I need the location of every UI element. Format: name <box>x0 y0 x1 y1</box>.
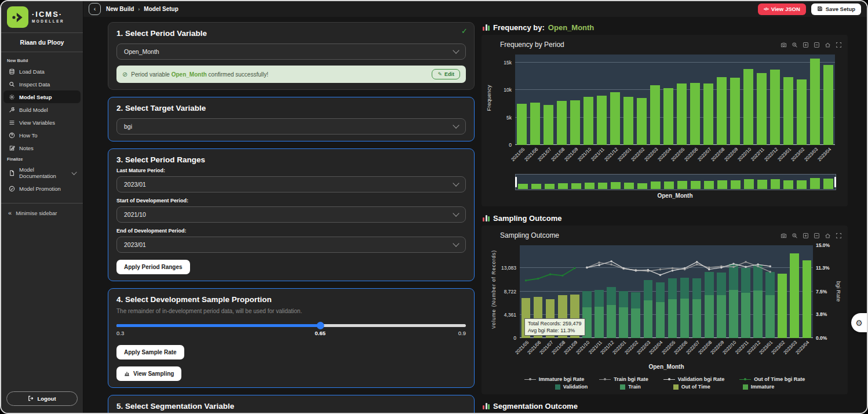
camera-icon[interactable] <box>780 41 787 48</box>
sidebar-item-label: Notes <box>19 145 34 151</box>
range-handle-left[interactable] <box>515 177 517 187</box>
step4-card: 4. Select Development Sample Proportion … <box>108 288 475 388</box>
sidebar-item-notes[interactable]: Notes <box>3 141 81 154</box>
rs-slot <box>782 175 795 189</box>
zoom-out-icon[interactable] <box>813 41 820 48</box>
rs-slot <box>543 175 556 189</box>
rs-slot <box>808 175 822 189</box>
rs-bar <box>624 183 634 189</box>
period-field-select-2[interactable]: 2023/01 <box>116 237 466 253</box>
confirmed-variable: Open_Month <box>172 71 207 78</box>
legend-bars-row: ValidationTrainOut of TimeImmature <box>487 384 842 390</box>
legend-item-immature-bgi-rate[interactable]: Immature bgi Rate <box>524 376 585 382</box>
rs-bar <box>571 183 581 189</box>
target-variable-select[interactable]: bgi <box>116 118 466 135</box>
autoscale-icon[interactable] <box>835 41 842 48</box>
x-ticks: 2021/052021/062021/072021/082021/092021/… <box>515 145 835 172</box>
minimise-sidebar-button[interactable]: « Minimise sidebar <box>1 204 83 222</box>
step3-card: 3. Select Period Ranges Last Mature Peri… <box>108 148 475 281</box>
legend-item-validation[interactable]: Validation <box>555 384 588 390</box>
bar-slot <box>808 55 822 145</box>
period-field-select-0[interactable]: 2023/01 <box>116 176 466 193</box>
sidebar-item-model-documentation[interactable]: Model Documentation <box>3 164 81 182</box>
save-setup-button[interactable]: Save Setup <box>811 3 861 15</box>
sidebar-item-how-to[interactable]: How To <box>3 129 81 141</box>
y-tick: 15k <box>487 60 512 66</box>
bar-slot <box>728 55 742 145</box>
pencil-icon: ✎ <box>437 71 442 77</box>
step5-card: 5. Select Segmentation Variable Choose a… <box>108 395 475 413</box>
legend-item-out-of-time-bgi-rate[interactable]: Out of Time bgi Rate <box>739 376 805 382</box>
colored-bar-chart-icon <box>483 403 490 409</box>
slider-min-label: 0.3 <box>116 330 124 336</box>
content: 1. Select Period Variable ✓ Open_Month ⊘… <box>83 17 867 413</box>
apply-sample-rate-button[interactable]: Apply Sample Rate <box>116 345 184 359</box>
sidebar-item-model-setup[interactable]: Model Setup <box>3 90 81 103</box>
back-button[interactable]: ‹ <box>89 3 101 15</box>
zoom-icon[interactable] <box>791 41 798 48</box>
apply-period-ranges-button[interactable]: Apply Period Ranges <box>116 260 190 274</box>
freq-bar-2021/05 <box>517 104 527 145</box>
sidebar-nav: New BuildLoad DataInspect DataModel Setu… <box>1 52 83 195</box>
bar-slot <box>542 55 555 145</box>
logo-title: ·ICMS· <box>32 10 64 18</box>
x-axis-title: Open_Month <box>515 193 835 199</box>
sidebar-item-view-variables[interactable]: View Variables <box>3 116 81 129</box>
breadcrumb-new-build[interactable]: New Build <box>106 6 134 12</box>
sidebar-item-model-promotion[interactable]: Model Promotion <box>3 182 81 195</box>
range-slider[interactable] <box>515 174 836 190</box>
legend-line-swatch <box>524 377 536 382</box>
chevron-down-icon <box>453 122 459 128</box>
range-handle-right[interactable] <box>834 177 836 187</box>
colored-bar-chart-icon <box>483 215 490 221</box>
logout-button[interactable]: Logout <box>6 391 78 406</box>
slider-thumb[interactable] <box>316 322 324 329</box>
database-icon <box>8 68 15 75</box>
frequency-section-header: Frequency by: Open_Month <box>483 23 848 32</box>
settings-fab[interactable]: ⚙ <box>851 313 867 332</box>
success-banner: ⊘ Period variable Open_Month confirmed s… <box>116 66 466 83</box>
sampling-plot: Total Records: 259,479Avg bgi Rate: 11.3… <box>487 243 842 374</box>
frequency-chart-card: Frequency by Period 05k10k15kFrequency20… <box>482 35 848 206</box>
sample-proportion-slider[interactable] <box>116 322 466 329</box>
legend-square-swatch <box>620 384 625 390</box>
setup-steps-column: 1. Select Period Variable ✓ Open_Month ⊘… <box>108 22 475 413</box>
camera-icon[interactable] <box>780 232 787 239</box>
legend-item-train[interactable]: Train <box>620 384 641 390</box>
legend-square-swatch <box>673 384 679 390</box>
zoom-in-icon[interactable] <box>802 41 809 48</box>
view-json-button[interactable]: </> View JSON <box>758 3 806 15</box>
colored-bar-chart-icon <box>483 24 490 31</box>
period-field-select-1[interactable]: 2021/10 <box>116 206 466 223</box>
freq-bar-2022/03 <box>650 85 660 145</box>
freq-bar-2021/10 <box>583 97 593 145</box>
plot-area: Total Records: 259,479Avg bgi Rate: 11.3… <box>520 245 813 338</box>
freq-bar-2021/07 <box>544 105 553 145</box>
home-icon[interactable] <box>824 232 831 239</box>
top-bar: ‹ New Build › Model Setup </> View JSON … <box>83 1 867 17</box>
check-icon: ✓ <box>461 27 468 35</box>
sidebar-item-label: Load Data <box>19 68 45 75</box>
step4-subtitle: The remainder of in-development period d… <box>116 308 466 314</box>
legend-item-validation-bgi-rate[interactable]: Validation bgi Rate <box>663 376 725 382</box>
legend-item-out-of-time[interactable]: Out of Time <box>673 384 710 390</box>
y-axis-title-left: Volume (Number of Records) <box>491 253 497 329</box>
period-variable-select[interactable]: Open_Month <box>116 43 466 60</box>
autoscale-icon[interactable] <box>835 232 842 239</box>
sidebar-item-inspect-data[interactable]: Inspect Data <box>3 78 81 90</box>
zoom-icon[interactable] <box>791 232 798 239</box>
legend-item-immature[interactable]: Immature <box>743 384 775 390</box>
zoom-in-icon[interactable] <box>802 232 809 239</box>
legend-square-swatch <box>743 384 748 390</box>
sidebar-item-build-model[interactable]: Build Model <box>3 103 81 116</box>
home-icon[interactable] <box>824 41 831 48</box>
edit-button[interactable]: ✎ Edit <box>432 69 460 79</box>
y-tick: 5k <box>487 115 512 121</box>
zoom-out-icon[interactable] <box>813 232 820 239</box>
sidebar-item-load-data[interactable]: Load Data <box>3 65 81 78</box>
chart-title: Sampling Outcome <box>487 231 559 239</box>
legend-item-train-bgi-rate[interactable]: Train bgi Rate <box>599 376 648 382</box>
period-field-label: Last Mature Period: <box>116 168 466 173</box>
view-sampling-button[interactable]: View Sampling <box>116 366 181 381</box>
chevron-down-icon <box>71 169 77 175</box>
